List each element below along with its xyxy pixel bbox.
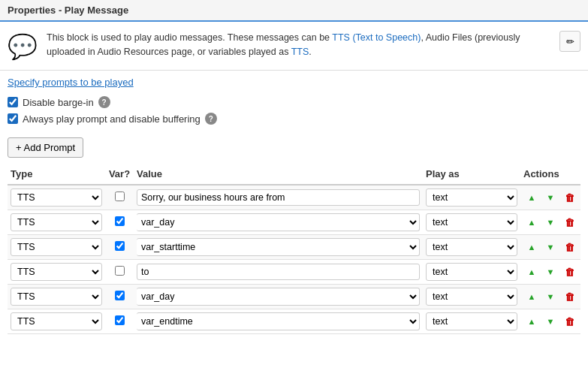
- info-description: This block is used to play audio message…: [47, 32, 520, 57]
- var-checkbox-3[interactable]: [115, 266, 125, 276]
- down-icon: [547, 217, 555, 228]
- down-icon: [547, 291, 555, 302]
- var-checkbox-4[interactable]: [115, 291, 125, 300]
- always-play-label: Always play prompt and disable buffering: [23, 113, 201, 125]
- value-select-5[interactable]: var_endtime: [137, 312, 420, 330]
- move-down-button-3[interactable]: [542, 264, 559, 280]
- value-input-3[interactable]: [137, 264, 420, 280]
- type-select-2[interactable]: TTSAudio FileVariable: [11, 238, 102, 256]
- delete-button-5[interactable]: 🗑: [561, 313, 577, 330]
- type-select-3[interactable]: TTSAudio FileVariable: [11, 263, 102, 281]
- up-icon: [528, 192, 536, 203]
- var-checkbox-5[interactable]: [115, 315, 125, 325]
- type-select-4[interactable]: TTSAudio FileVariable: [11, 288, 102, 306]
- table-row: TTSAudio FileVariablevar_daytextdigitsal…: [8, 210, 580, 235]
- table-container: Type Var? Value Play as Actions TTSAudio…: [0, 164, 588, 334]
- up-icon: [528, 217, 536, 228]
- up-icon: [528, 291, 536, 302]
- edit-button[interactable]: ✏: [559, 31, 580, 52]
- help-icon-barge[interactable]: ?: [98, 96, 110, 108]
- move-up-button-5[interactable]: [523, 313, 540, 330]
- value-select-4[interactable]: var_day: [137, 288, 420, 306]
- chat-icon: 💬: [8, 32, 38, 61]
- always-play-checkbox[interactable]: [8, 113, 18, 124]
- move-down-button-1[interactable]: [542, 214, 559, 231]
- options-section: Disable barge-in ? Always play prompt an…: [0, 91, 588, 131]
- trash-icon: 🗑: [565, 291, 574, 303]
- var-checkbox-1[interactable]: [115, 216, 125, 226]
- trash-icon: 🗑: [565, 267, 574, 278]
- playas-select-4[interactable]: textdigitsalphacurrency: [426, 288, 517, 306]
- playas-select-2[interactable]: textdigitsalphacurrency: [426, 238, 517, 256]
- value-select-2[interactable]: var_starttime: [137, 238, 420, 256]
- move-down-button-0[interactable]: [542, 189, 559, 206]
- down-icon: [547, 267, 555, 277]
- specify-prompts-label: Specify prompts to be played: [8, 77, 134, 88]
- delete-button-4[interactable]: 🗑: [561, 288, 577, 305]
- up-icon: [528, 242, 536, 252]
- table-row: TTSAudio FileVariabletextdigitsalphacurr…: [8, 260, 580, 285]
- table-row: TTSAudio FileVariabletextdigitsalphacurr…: [8, 185, 580, 210]
- table-header-row: Type Var? Value Play as Actions: [8, 164, 580, 185]
- add-prompt-label: + Add Prompt: [16, 142, 75, 153]
- down-icon: [547, 242, 555, 252]
- playas-select-0[interactable]: textdigitsalphacurrency: [426, 188, 517, 207]
- move-down-button-4[interactable]: [542, 288, 559, 305]
- type-select-0[interactable]: TTSAudio FileVariable: [11, 188, 102, 207]
- playas-select-1[interactable]: textdigitsalphacurrency: [426, 213, 517, 231]
- add-prompt-button[interactable]: + Add Prompt: [8, 137, 83, 158]
- delete-button-3[interactable]: 🗑: [561, 264, 577, 280]
- edit-icon: ✏: [566, 36, 574, 47]
- playas-select-3[interactable]: textdigitsalphacurrency: [426, 263, 517, 281]
- trash-icon: 🗑: [565, 192, 574, 204]
- delete-button-2[interactable]: 🗑: [561, 239, 577, 255]
- move-up-button-0[interactable]: [523, 189, 540, 206]
- prompts-table: Type Var? Value Play as Actions TTSAudio…: [8, 164, 580, 334]
- table-row: TTSAudio FileVariablevar_starttimetextdi…: [8, 235, 580, 260]
- info-text: This block is used to play audio message…: [47, 31, 550, 59]
- help-icon-always[interactable]: ?: [205, 113, 217, 125]
- title-bar: Properties - Play Message: [0, 0, 588, 22]
- table-row: TTSAudio FileVariablevar_daytextdigitsal…: [8, 285, 580, 309]
- down-icon: [547, 192, 555, 203]
- move-down-button-5[interactable]: [542, 313, 559, 330]
- col-header-playas: Play as: [423, 164, 520, 185]
- trash-icon: 🗑: [565, 316, 574, 327]
- up-icon: [528, 267, 536, 277]
- col-header-type: Type: [8, 164, 105, 185]
- type-select-5[interactable]: TTSAudio FileVariable: [11, 312, 102, 330]
- move-down-button-2[interactable]: [542, 239, 559, 255]
- value-input-0[interactable]: [137, 189, 420, 206]
- specify-prompts-link[interactable]: Specify prompts to be played: [0, 71, 588, 91]
- up-icon: [528, 316, 536, 327]
- trash-icon: 🗑: [565, 217, 574, 228]
- move-up-button-3[interactable]: [523, 264, 540, 280]
- delete-button-1[interactable]: 🗑: [561, 214, 577, 231]
- playas-select-5[interactable]: textdigitsalphacurrency: [426, 312, 517, 330]
- table-row: TTSAudio FileVariablevar_endtimetextdigi…: [8, 309, 580, 334]
- col-header-var: Var?: [105, 164, 134, 185]
- var-checkbox-2[interactable]: [115, 241, 125, 251]
- value-select-1[interactable]: var_day: [137, 213, 420, 231]
- always-play-row: Always play prompt and disable buffering…: [8, 110, 580, 127]
- down-icon: [547, 316, 555, 327]
- delete-button-0[interactable]: 🗑: [561, 189, 577, 206]
- move-up-button-4[interactable]: [523, 288, 540, 305]
- title-label: Properties - Play Message: [8, 5, 128, 16]
- info-section: 💬 This block is used to play audio messa…: [0, 22, 588, 71]
- disable-barge-checkbox[interactable]: [8, 97, 18, 107]
- disable-barge-label: Disable barge-in: [23, 97, 94, 108]
- col-header-actions: Actions: [520, 164, 580, 185]
- move-up-button-1[interactable]: [523, 214, 540, 231]
- col-header-value: Value: [134, 164, 423, 185]
- move-up-button-2[interactable]: [523, 239, 540, 255]
- type-select-1[interactable]: TTSAudio FileVariable: [11, 213, 102, 231]
- var-checkbox-0[interactable]: [115, 192, 125, 201]
- trash-icon: 🗑: [565, 242, 574, 253]
- disable-barge-row: Disable barge-in ?: [8, 94, 580, 110]
